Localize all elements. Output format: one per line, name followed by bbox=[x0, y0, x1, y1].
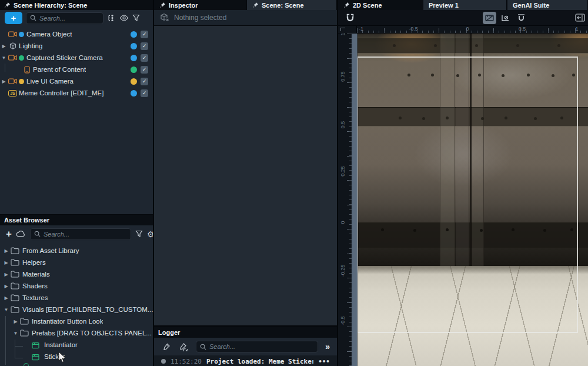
prefab-icon bbox=[31, 341, 41, 349]
item-label: Camera Object bbox=[26, 31, 72, 38]
asset-folder-prefabs[interactable]: ▼ Prefabs [DRAG TO OBJECTS PANEL... bbox=[0, 327, 153, 339]
filter-icon[interactable] bbox=[132, 14, 140, 22]
chevron-right-icon[interactable]: ▶ bbox=[12, 319, 19, 324]
camera-icon bbox=[8, 55, 18, 61]
enabled-checkbox[interactable]: ✓ bbox=[141, 78, 148, 85]
asset-item-sticker[interactable]: Sticker bbox=[0, 351, 153, 362]
asset-folder-instantiator-button-look[interactable]: ▶ Instantiator Button Look bbox=[0, 315, 153, 327]
layer-dot[interactable] bbox=[131, 90, 137, 97]
isolate-view-icon[interactable] bbox=[107, 14, 116, 22]
magnet-snap-icon[interactable] bbox=[345, 13, 355, 23]
enabled-checkbox[interactable]: ✓ bbox=[141, 66, 148, 74]
log-message: Project loaded: Meme Sticker in bbox=[206, 358, 313, 365]
tab-inspector[interactable]: Inspector bbox=[154, 0, 203, 10]
asset-folder-helpers[interactable]: ▶ Helpers bbox=[0, 257, 153, 268]
inspector-panel: Inspector Scene: Scene Nothing selected … bbox=[154, 0, 337, 366]
chevron-right-icon[interactable]: ▶ bbox=[0, 79, 8, 84]
ruler-snap-icon[interactable] bbox=[483, 12, 496, 24]
ruler-horizontal: -1 -0.5 0 0.5 1 bbox=[357, 26, 588, 34]
cloud-import-icon[interactable] bbox=[16, 231, 26, 237]
item-label: From Asset Library bbox=[22, 247, 79, 254]
item-label: Instantiator bbox=[44, 341, 78, 348]
layer-dot[interactable] bbox=[131, 31, 137, 38]
enabled-checkbox[interactable]: ✓ bbox=[141, 89, 148, 97]
clear-logs-on-launch-icon[interactable] bbox=[178, 342, 189, 351]
filter-icon[interactable] bbox=[135, 230, 143, 238]
tree-guide-line bbox=[15, 358, 23, 358]
enabled-checkbox[interactable]: ✓ bbox=[141, 31, 148, 38]
collapse-panel-icon[interactable] bbox=[575, 14, 586, 22]
asset-folder-materials[interactable]: ▶ Materials bbox=[0, 268, 153, 280]
viewport-gutter-strip bbox=[352, 34, 358, 366]
tree-guide-line bbox=[5, 316, 6, 365]
scene-hierarchy-header[interactable]: Scene Hierarchy: Scene bbox=[0, 0, 153, 10]
folder-icon bbox=[10, 247, 20, 254]
layer-dot[interactable] bbox=[131, 55, 137, 61]
tab-2d-scene[interactable]: 2D Scene bbox=[338, 0, 423, 10]
asset-folder-visuals[interactable]: ▼ Visuals [EDIT_CHILDREN_TO_CUSTOM... bbox=[0, 304, 153, 315]
logger-search[interactable] bbox=[196, 341, 318, 352]
panel-title: Logger bbox=[158, 329, 180, 336]
asset-item-instantiator[interactable]: Instantiator bbox=[0, 339, 153, 351]
visibility-eye-icon[interactable] bbox=[119, 15, 129, 21]
logger-header[interactable]: Logger bbox=[154, 327, 337, 338]
hierarchy-search-input[interactable] bbox=[39, 15, 99, 22]
prefab-icon bbox=[31, 353, 41, 361]
tab-label: Scene: Scene bbox=[262, 2, 304, 9]
ruler-vertical: 1 0.75 0.5 0.25 0 -0.25 -0.5 bbox=[338, 34, 352, 366]
chevron-right-icon[interactable]: ▶ bbox=[2, 284, 10, 289]
log-entry[interactable]: 11:52:20 Project loaded: Meme Sticker in… bbox=[154, 355, 337, 366]
tab-preview-1[interactable]: Preview 1 bbox=[423, 0, 507, 10]
tab-scene-scene[interactable]: Scene: Scene bbox=[246, 0, 337, 10]
chevron-right-icon[interactable]: ▶ bbox=[2, 272, 10, 277]
layer-dot[interactable] bbox=[131, 66, 137, 73]
chevron-down-icon[interactable]: ▼ bbox=[0, 55, 8, 61]
chevron-right-icon[interactable]: ▶ bbox=[2, 295, 10, 301]
item-label: Captured Sticker Camera bbox=[26, 54, 103, 61]
log-overflow-ellipsis[interactable]: ••• bbox=[318, 358, 330, 365]
enabled-checkbox[interactable]: ✓ bbox=[141, 42, 148, 50]
enabled-checkbox[interactable]: ✓ bbox=[141, 54, 148, 62]
folder-icon bbox=[10, 282, 20, 290]
chevron-down-icon[interactable]: ▼ bbox=[2, 307, 10, 312]
chevron-right-icon[interactable]: ▶ bbox=[2, 260, 10, 265]
add-object-button[interactable]: + bbox=[5, 12, 22, 24]
tab-label: Inspector bbox=[169, 2, 198, 9]
add-asset-button[interactable]: + bbox=[6, 228, 12, 240]
guide-snap-icon[interactable] bbox=[499, 12, 512, 24]
folder-icon bbox=[10, 271, 20, 278]
chevron-down-icon[interactable]: ▼ bbox=[12, 331, 19, 336]
hierarchy-item-captured-sticker-camera[interactable]: ▼ Captured Sticker Camera ✓ bbox=[0, 52, 153, 64]
canvas-frame-outline[interactable] bbox=[358, 56, 578, 333]
object-snap-icon[interactable] bbox=[514, 12, 528, 24]
hierarchy-item-lighting[interactable]: ▶ Lighting ✓ bbox=[0, 40, 153, 52]
scene-canvas-photo[interactable] bbox=[358, 34, 588, 366]
asset-folder-shaders[interactable]: ▶ Shaders bbox=[0, 280, 153, 292]
item-label: Visuals [EDIT_CHILDREN_TO_CUSTOM... bbox=[22, 306, 153, 313]
asset-browser-header[interactable]: Asset Browser bbox=[0, 214, 153, 225]
scene-hierarchy-tree: Camera Object ✓ ▶ Lighting ✓ ▼ Captured … bbox=[0, 28, 153, 99]
clear-logs-icon[interactable] bbox=[161, 342, 171, 351]
asset-folder-from-asset-library[interactable]: ▶ From Asset Library bbox=[0, 245, 153, 257]
folder-icon bbox=[10, 306, 20, 313]
hierarchy-item-live-ui-camera[interactable]: ▶ Live UI Camera ✓ bbox=[0, 75, 153, 87]
asset-search-input[interactable] bbox=[44, 231, 127, 238]
asset-search[interactable] bbox=[30, 228, 131, 240]
hierarchy-item-camera-object[interactable]: Camera Object ✓ bbox=[0, 28, 153, 40]
item-label: Shaders bbox=[22, 282, 48, 290]
layer-dot[interactable] bbox=[131, 43, 137, 49]
tab-genai-suite[interactable]: GenAI Suite bbox=[507, 0, 588, 10]
hierarchy-item-parent-of-content[interactable]: Parent of Content ✓ bbox=[0, 64, 153, 75]
folder-icon bbox=[19, 330, 29, 337]
item-label: Helpers bbox=[22, 259, 46, 266]
no-selection-icon bbox=[160, 13, 169, 23]
logger-search-input[interactable] bbox=[209, 343, 314, 350]
expand-logger-icon[interactable]: » bbox=[325, 342, 330, 351]
chevron-right-icon[interactable]: ▶ bbox=[0, 44, 8, 49]
hierarchy-item-meme-controller[interactable]: JS Meme Controller [EDIT_ME] ✓ bbox=[0, 87, 153, 99]
chevron-right-icon[interactable]: ▶ bbox=[2, 248, 10, 254]
tab-label: Preview 1 bbox=[429, 2, 459, 9]
asset-folder-textures[interactable]: ▶ Textures bbox=[0, 292, 153, 304]
hierarchy-search[interactable] bbox=[26, 12, 103, 24]
layer-dot[interactable] bbox=[131, 78, 137, 85]
